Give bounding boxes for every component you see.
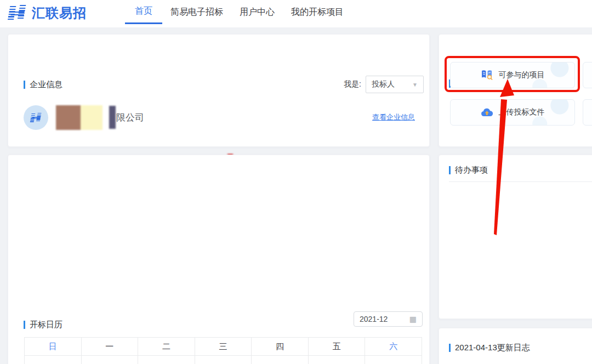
nav-item-user-center[interactable]: 用户中心 [231,0,283,24]
weekday-fri: 五 [308,338,365,356]
weekday-thu: 四 [252,338,309,356]
todo-card-title: 待办事项 [449,165,488,175]
company-name-suffix: 限公司 [116,111,144,124]
changelog-card: 2021-04-13更新日志 [439,328,592,364]
changelog-card-title-text: 2021-04-13更新日志 [455,343,530,353]
upload-bid-file-label: 上传投标文件 [499,107,545,117]
book-search-icon [481,70,493,81]
brand[interactable]: 汇联易招 [8,4,87,22]
company-avatar [24,105,48,130]
enterprise-card-title: 企业信息 [24,79,62,90]
cloud-upload-icon [481,107,493,117]
page: 汇联易招 首页 简易电子招标 用户中心 我的开标项目 企业信息 我是: 投标人 … [0,0,592,364]
title-accent-bar [449,344,451,352]
role-select-value: 投标人 [372,79,395,89]
calendar-day[interactable]: 2 [252,356,309,364]
calendar-day[interactable]: 4 [365,356,422,364]
changelog-card-title: 2021-04-13更新日志 [449,343,530,353]
enterprise-card-title-text: 企业信息 [30,79,62,90]
role-selector: 我是: 投标人 ▼ [344,76,424,93]
month-picker-input[interactable]: 2021-12 ▦ [354,311,423,327]
todo-card-title-text: 待办事项 [455,165,488,175]
weekday-sun: 日 [25,338,82,356]
redacted-company-logo [56,105,103,130]
weekday-header-row: 日 一 二 三 四 五 六 [25,338,422,356]
weekday-sat: 六 [365,338,422,356]
calendar-day[interactable] [138,356,195,364]
title-accent-bar [24,321,25,329]
calendar-icon: ▦ [409,315,417,323]
enterprise-info-card: 企业信息 我是: 投标人 ▼ 限公司 查看企业信息 企业账户 [8,34,430,147]
calendar-week-row: 1 2 3 4 [25,356,422,364]
joinable-projects-button[interactable]: 可参与的项目 [450,62,575,88]
calendar-card-title-text: 开标日历 [30,320,62,330]
upload-bid-file-button[interactable]: 上传投标文件 [450,99,575,126]
bid-opening-calendar-card: 开标日历 2021-12 ▦ 日 一 二 三 四 五 六 [8,155,430,364]
i-am-bidder-card: 我是投标人 可参与的项目 上传投标文件 [439,34,592,147]
joinable-projects-label: 可参与的项目 [499,70,545,80]
month-picker-value: 2021-12 [360,315,388,323]
avatar-logo-icon [30,112,42,123]
view-enterprise-info-link[interactable]: 查看企业信息 [372,112,415,122]
company-row: 限公司 查看企业信息 [24,105,415,130]
role-select[interactable]: 投标人 ▼ [366,76,424,93]
title-accent-bar [24,81,25,89]
nav-item-simple-etender[interactable]: 简易电子招标 [162,0,231,24]
nav-item-home[interactable]: 首页 [125,0,162,24]
bidder-button-partial[interactable] [583,99,592,126]
role-label: 我是: [344,79,361,89]
calendar-day[interactable]: 1 [195,356,252,364]
brand-name: 汇联易招 [32,4,87,22]
calendar-day[interactable]: 3 [308,356,365,364]
todo-card: 待办事项 [439,155,592,319]
main-nav: 首页 简易电子招标 用户中心 我的开标项目 [125,0,352,27]
logo-icon [8,5,27,21]
chevron-down-icon: ▼ [412,82,418,88]
weekday-mon: 一 [81,338,138,356]
title-accent-bar [449,166,451,174]
bidder-button-partial[interactable] [583,62,592,88]
weekday-wed: 三 [195,338,252,356]
nav-item-my-bid-opening[interactable]: 我的开标项目 [283,0,352,24]
weekday-tue: 二 [138,338,195,356]
calendar-day[interactable] [81,356,138,364]
divider [449,181,592,182]
calendar-card-title: 开标日历 [24,320,62,330]
redacted-company-name [109,106,116,129]
top-navbar: 汇联易招 首页 简易电子招标 用户中心 我的开标项目 [0,0,592,27]
calendar-day[interactable] [25,356,82,364]
calendar-grid: 日 一 二 三 四 五 六 1 2 3 4 [24,337,422,364]
